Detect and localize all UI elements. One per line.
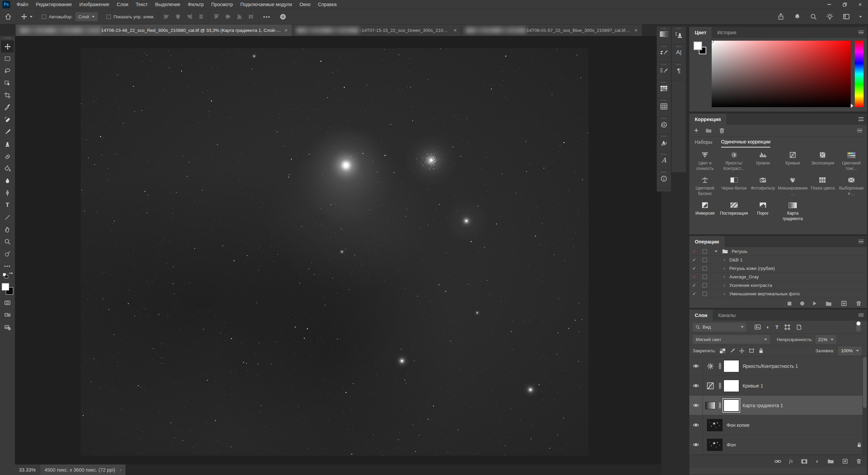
adjustment-invert[interactable]: Инверсия — [691, 201, 719, 223]
lock-artboard-icon[interactable] — [749, 348, 754, 354]
layers-scrollbar[interactable] — [863, 356, 867, 455]
align-bottom-icon[interactable] — [236, 14, 242, 20]
layer-visibility-toggle[interactable] — [689, 435, 703, 454]
layer-mask-thumbnail[interactable] — [724, 360, 739, 372]
action-enabled-check[interactable]: ✓ — [689, 257, 699, 262]
type-tool[interactable]: T — [1, 199, 14, 211]
edit-in-app-button[interactable] — [1, 321, 14, 333]
distribute-h-icon[interactable] — [198, 14, 204, 20]
close-window-button[interactable]: ✕ — [852, 0, 868, 9]
layer-visibility-toggle[interactable] — [689, 415, 703, 435]
menu-filter[interactable]: Фильтр — [184, 0, 208, 9]
distribute-v-icon[interactable] — [248, 14, 254, 20]
adjustment-layer-icon[interactable] — [703, 402, 718, 409]
action-enabled-check[interactable]: ✓ — [689, 274, 699, 279]
menu-help[interactable]: Справка — [314, 0, 340, 9]
hue-slider[interactable] — [855, 41, 864, 107]
action-row-contrast-boost[interactable]: ✓ › Усиление контраста — [689, 281, 867, 290]
tab-close-icon[interactable]: ✕ — [453, 28, 457, 33]
hue-slider-thumb[interactable] — [851, 104, 853, 108]
clone-stamp-tool[interactable] — [1, 138, 14, 150]
filter-type-layers-icon[interactable]: T — [775, 324, 778, 330]
expand-chevron[interactable]: › — [719, 274, 729, 279]
new-action-icon[interactable] — [841, 300, 847, 306]
menu-select[interactable]: Выделение — [152, 0, 184, 9]
subtab-single-adjustments[interactable]: Одиночные коррекции — [721, 137, 771, 147]
status-chevron-icon[interactable]: › — [120, 467, 121, 472]
panel-menu-icon[interactable] — [859, 240, 864, 243]
record-icon[interactable] — [800, 301, 804, 305]
autoselect-checkbox[interactable] — [42, 15, 46, 19]
trash-icon[interactable] — [856, 300, 862, 306]
spot-healing-brush-tool[interactable] — [1, 114, 14, 126]
layer-mask-thumbnail[interactable] — [724, 399, 739, 412]
expand-caret[interactable] — [710, 251, 722, 252]
lock-all-icon[interactable] — [758, 348, 764, 354]
action-row-skin-retouch[interactable]: ✓ › Ретушь кожи (грубая) — [689, 264, 867, 273]
new-set-folder-icon[interactable] — [825, 301, 832, 306]
menu-view[interactable]: Просмотр — [208, 0, 237, 9]
eyedropper-tool[interactable] — [1, 101, 14, 114]
layer-row-curves[interactable]: Кривые 1 — [689, 376, 867, 396]
layer-visibility-toggle[interactable] — [689, 396, 703, 415]
layer-row-background[interactable]: Фон — [689, 435, 867, 455]
brush-settings-panel-button[interactable] — [657, 44, 671, 62]
mask-link-icon[interactable] — [718, 382, 722, 390]
home-icon[interactable] — [4, 13, 12, 20]
layer-name[interactable]: Кривые 1 — [743, 383, 763, 389]
action-dialog-toggle[interactable] — [699, 292, 710, 296]
mask-link-icon[interactable] — [718, 402, 722, 409]
adjustment-gradient-map[interactable]: Карта градиента — [777, 201, 808, 223]
layer-style-fx-icon[interactable]: fx — [789, 458, 793, 464]
info-panel-button[interactable] — [657, 170, 671, 188]
adjustment-exposure[interactable]: Экспозиция — [808, 151, 837, 173]
layer-visibility-toggle[interactable] — [689, 376, 703, 395]
gradients-panel-button[interactable] — [657, 26, 671, 44]
layer-row-gradient-map[interactable]: Карта градиента 1 — [689, 396, 867, 415]
tool-preset-group[interactable] — [17, 9, 37, 24]
hand-tool[interactable] — [1, 223, 14, 236]
quick-mask-toggle[interactable] — [1, 297, 14, 309]
adjustment-color-lookup[interactable]: Поиск цвета — [808, 176, 837, 198]
tab-history[interactable]: История — [712, 27, 742, 38]
action-enabled-check[interactable]: ✓ — [689, 291, 699, 296]
zoom-tool[interactable] — [1, 236, 14, 248]
document-info-chip[interactable]: 4500 пикс. x 3600 пикс. (72 ppi) › — [40, 464, 125, 475]
action-enabled-check[interactable]: ✓ — [689, 283, 699, 288]
layer-filter-select[interactable]: Вид — [693, 323, 746, 332]
action-dialog-toggle[interactable] — [699, 249, 710, 254]
adjustment-color-balance[interactable]: Цветовой баланс — [691, 176, 719, 198]
character-panel-button[interactable]: A| — [672, 44, 686, 62]
workspace-settings-button[interactable] — [275, 9, 291, 24]
menu-plugins[interactable]: Подключаемые модули — [237, 0, 296, 9]
workspace-switcher-icon[interactable] — [843, 13, 850, 20]
line-tool[interactable] — [1, 211, 14, 223]
more-options-button[interactable]: ••• — [259, 9, 275, 24]
adjustment-layer-icon[interactable] — [703, 362, 718, 370]
background-lock-icon[interactable] — [857, 442, 862, 448]
saturation-brightness-field[interactable] — [712, 41, 851, 107]
layer-name[interactable]: Карта градиента 1 — [743, 403, 783, 408]
action-dialog-toggle[interactable] — [699, 275, 710, 279]
document-tab-red[interactable]: 14T06-23-48_22_sco_Red_300s_210880_cal.t… — [16, 24, 292, 36]
rotate-view-panel-button[interactable] — [657, 134, 671, 152]
align-top-icon[interactable] — [213, 14, 219, 20]
adjustment-brightness-contrast[interactable]: Яркость/Контраст... — [719, 151, 748, 173]
trash-icon[interactable] — [719, 127, 725, 134]
menu-file[interactable]: Файл — [13, 0, 32, 9]
layer-name[interactable]: Фон — [727, 442, 736, 448]
workspace-caret[interactable] — [859, 16, 862, 18]
layer-visibility-toggle[interactable] — [689, 356, 703, 376]
blur-tool[interactable] — [1, 175, 14, 187]
tab-adjustments[interactable]: Коррекция — [689, 114, 726, 125]
align-center-h-icon[interactable] — [175, 14, 181, 20]
panel-menu-icon[interactable] — [859, 31, 864, 34]
adjustment-selective-color[interactable]: Выборочная я ... — [837, 176, 866, 198]
filter-shape-layers-icon[interactable] — [784, 324, 790, 330]
fill-field[interactable]: 100% — [838, 347, 862, 355]
paint-bucket-tool[interactable] — [1, 162, 14, 175]
crop-tool[interactable] — [1, 89, 14, 101]
new-group-icon[interactable] — [827, 459, 834, 464]
action-dialog-toggle[interactable] — [699, 266, 710, 271]
search-icon[interactable] — [810, 13, 817, 20]
